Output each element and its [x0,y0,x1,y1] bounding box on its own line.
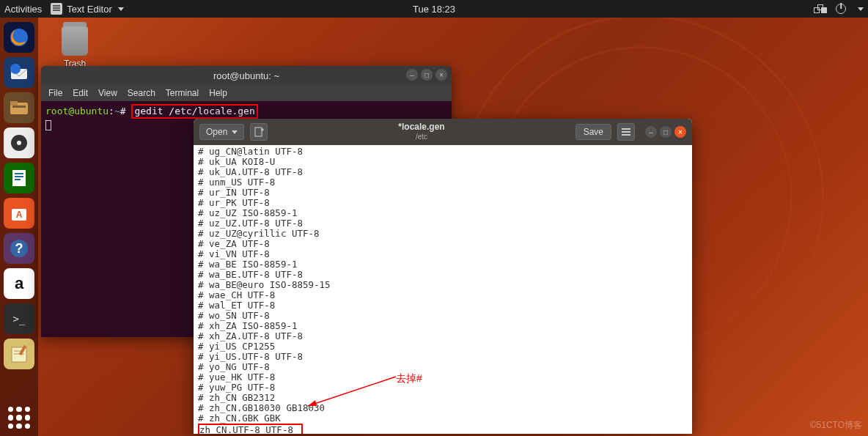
menu-edit[interactable]: Edit [73,88,88,98]
highlighted-locale-line: zh_CN.UTF-8 UTF-8 [198,424,303,434]
help-icon: ? [8,237,30,259]
prompt-path: ~ [114,106,120,117]
new-document-button[interactable] [250,123,268,141]
svg-rect-8 [12,170,26,186]
terminal-title-text: root@ubuntu: ~ [213,70,279,81]
open-button[interactable]: Open [199,124,244,140]
notepad-icon [8,343,30,365]
save-button[interactable]: Save [575,124,611,140]
svg-rect-11 [15,179,21,180]
app-menu[interactable]: Text Editor [51,3,123,15]
amazon-icon: a [15,274,23,293]
watermark: ©51CTO博客 [810,419,862,432]
gedit-headerbar[interactable]: Open *locale.gen /etc Save – □ × [194,119,692,145]
gedit-title: *locale.gen /etc [273,122,569,142]
menu-terminal[interactable]: Terminal [166,88,199,98]
chevron-down-icon [118,7,124,11]
gedit-file-path: /etc [273,132,569,142]
software-launcher[interactable]: A [4,198,34,229]
menu-file[interactable]: File [48,88,62,98]
gedit-file-name: *locale.gen [273,122,569,132]
terminal-menubar: File Edit View Search Terminal Help [41,85,452,101]
new-doc-icon [254,127,264,137]
terminal-launcher[interactable]: >_ [4,303,34,334]
terminal-icon: >_ [13,313,26,325]
maximize-button[interactable]: □ [421,69,433,81]
minimize-button[interactable]: – [406,69,418,81]
files-launcher[interactable] [4,92,34,123]
help-launcher[interactable]: ? [4,233,34,264]
annotation-text: 去掉# [396,372,422,385]
open-button-label: Open [206,127,227,137]
text-editor-icon [51,3,62,15]
notes-launcher[interactable] [4,339,34,369]
thunderbird-launcher[interactable] [4,57,34,88]
files-icon [8,97,30,119]
trash-desktop-icon[interactable]: Trash [62,26,88,69]
firefox-launcher[interactable] [4,22,34,53]
terminal-cursor [45,120,51,130]
writer-launcher[interactable] [4,163,34,193]
svg-rect-20 [255,128,262,136]
svg-rect-5 [12,106,26,108]
firefox-icon [8,26,30,48]
apps-grid-icon [8,407,30,429]
system-menu-chevron-icon[interactable] [858,7,864,11]
svg-rect-4 [10,101,18,106]
activities-button[interactable]: Activities [4,4,42,15]
close-button[interactable]: × [435,69,447,81]
rhythmbox-launcher[interactable] [4,128,34,158]
document-icon [8,167,30,189]
svg-rect-9 [15,173,23,174]
app-menu-label: Text Editor [67,4,111,15]
hamburger-menu-button[interactable] [617,123,635,141]
svg-text:?: ? [15,241,23,256]
launcher-dock: A ? a >_ [0,18,38,436]
menu-search[interactable]: Search [128,88,155,98]
network-icon[interactable] [814,4,825,13]
menu-help[interactable]: Help [209,88,227,98]
svg-point-7 [17,141,21,145]
chevron-down-icon [232,130,238,134]
menu-view[interactable]: View [98,88,117,98]
svg-rect-10 [15,176,23,177]
power-icon[interactable] [836,4,846,14]
shopping-bag-icon: A [9,203,29,223]
thunderbird-icon [8,62,30,84]
top-panel: Activities Text Editor Tue 18:23 [0,0,868,18]
gedit-window[interactable]: Open *locale.gen /etc Save – □ × # ug_CN… [194,119,692,434]
show-applications-button[interactable] [0,407,38,429]
svg-text:A: A [16,210,23,220]
trash-icon [62,26,88,56]
gedit-text-area[interactable]: # ug_CN@latin UTF-8 # uk_UA KOI8-U # uk_… [194,145,692,434]
svg-point-2 [10,64,21,74]
clock[interactable]: Tue 18:23 [413,4,455,15]
music-icon [10,133,29,152]
gedit-close-button[interactable]: × [674,126,686,138]
gedit-maximize-button[interactable]: □ [660,126,672,138]
terminal-titlebar[interactable]: root@ubuntu: ~ – □ × [41,66,452,85]
prompt-user: root@ubuntu [45,106,108,117]
hamburger-icon [622,131,630,133]
command-highlight: gedit /etc/locale.gen [131,104,257,119]
terminal-command: gedit /etc/locale.gen [134,106,254,117]
gedit-minimize-button[interactable]: – [645,126,657,138]
amazon-launcher[interactable]: a [4,268,34,299]
